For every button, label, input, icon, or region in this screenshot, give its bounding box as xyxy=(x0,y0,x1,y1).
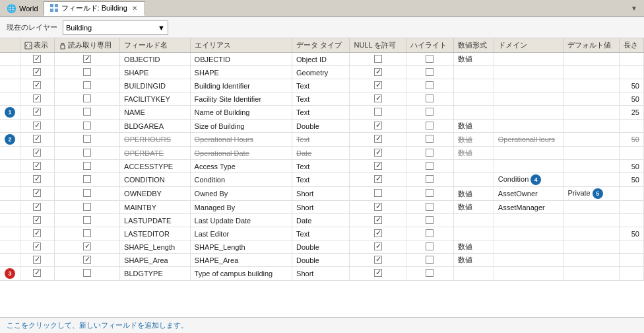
readonly-checkbox[interactable] xyxy=(83,135,91,143)
readonly-checkbox-cell[interactable] xyxy=(55,201,120,214)
show-checkbox[interactable] xyxy=(33,122,41,130)
highlight-cell[interactable] xyxy=(406,147,453,160)
highlight-checkbox[interactable] xyxy=(426,189,434,197)
readonly-checkbox-cell[interactable] xyxy=(55,92,120,106)
readonly-checkbox[interactable] xyxy=(83,242,91,250)
readonly-checkbox-cell[interactable] xyxy=(55,106,120,120)
layer-select[interactable]: Building ▼ xyxy=(63,20,168,35)
allownull-checkbox[interactable] xyxy=(374,149,382,157)
allownull-cell[interactable] xyxy=(350,214,406,227)
readonly-checkbox-cell[interactable] xyxy=(55,147,120,160)
readonly-checkbox-cell[interactable] xyxy=(55,227,120,240)
show-checkbox[interactable] xyxy=(33,216,41,224)
show-checkbox[interactable] xyxy=(33,149,41,157)
allownull-checkbox[interactable] xyxy=(374,269,382,277)
readonly-checkbox-cell[interactable] xyxy=(55,53,120,66)
readonly-checkbox-cell[interactable] xyxy=(55,160,120,173)
show-checkbox-cell[interactable] xyxy=(20,214,54,227)
show-checkbox[interactable] xyxy=(33,242,41,250)
readonly-checkbox[interactable] xyxy=(83,216,91,224)
highlight-cell[interactable] xyxy=(406,214,453,227)
show-checkbox-cell[interactable] xyxy=(20,240,54,254)
highlight-checkbox[interactable] xyxy=(426,162,434,170)
allownull-cell[interactable] xyxy=(350,201,406,214)
highlight-cell[interactable] xyxy=(406,92,453,106)
highlight-cell[interactable] xyxy=(406,133,453,147)
allownull-cell[interactable] xyxy=(350,53,406,66)
readonly-checkbox-cell[interactable] xyxy=(55,66,120,79)
highlight-checkbox[interactable] xyxy=(426,216,434,224)
show-checkbox[interactable] xyxy=(33,229,41,237)
show-checkbox-cell[interactable] xyxy=(20,106,54,120)
allownull-cell[interactable] xyxy=(350,254,406,267)
readonly-checkbox-cell[interactable] xyxy=(55,254,120,267)
readonly-checkbox[interactable] xyxy=(83,256,91,264)
readonly-checkbox-cell[interactable] xyxy=(55,133,120,147)
allownull-checkbox[interactable] xyxy=(374,94,382,102)
allownull-cell[interactable] xyxy=(350,227,406,240)
highlight-cell[interactable] xyxy=(406,106,453,120)
highlight-cell[interactable] xyxy=(406,267,453,281)
show-checkbox-cell[interactable] xyxy=(20,92,54,106)
allownull-checkbox[interactable] xyxy=(374,216,382,224)
allownull-cell[interactable] xyxy=(350,147,406,160)
show-checkbox[interactable] xyxy=(33,256,41,264)
highlight-cell[interactable] xyxy=(406,79,453,92)
allownull-checkbox[interactable] xyxy=(374,229,382,237)
show-checkbox[interactable] xyxy=(33,175,41,183)
readonly-checkbox[interactable] xyxy=(83,175,91,183)
show-checkbox[interactable] xyxy=(33,135,41,143)
readonly-checkbox[interactable] xyxy=(83,68,91,76)
tab-world[interactable]: 🌐 World xyxy=(1,1,44,16)
highlight-checkbox[interactable] xyxy=(426,135,434,143)
tab-dropdown-arrow[interactable]: ▼ xyxy=(626,5,643,12)
readonly-checkbox-cell[interactable] xyxy=(55,173,120,187)
readonly-checkbox[interactable] xyxy=(83,149,91,157)
allownull-checkbox[interactable] xyxy=(374,135,382,143)
allownull-cell[interactable] xyxy=(350,173,406,187)
highlight-checkbox[interactable] xyxy=(426,149,434,157)
highlight-checkbox[interactable] xyxy=(426,108,434,116)
highlight-cell[interactable] xyxy=(406,227,453,240)
allownull-checkbox[interactable] xyxy=(374,55,382,63)
highlight-cell[interactable] xyxy=(406,66,453,79)
highlight-checkbox[interactable] xyxy=(426,256,434,264)
readonly-checkbox-cell[interactable] xyxy=(55,240,120,254)
show-checkbox-cell[interactable] xyxy=(20,187,54,201)
allownull-checkbox[interactable] xyxy=(374,175,382,183)
show-checkbox-cell[interactable] xyxy=(20,133,54,147)
show-checkbox[interactable] xyxy=(33,68,41,76)
highlight-checkbox[interactable] xyxy=(426,203,434,211)
highlight-cell[interactable] xyxy=(406,53,453,66)
allownull-cell[interactable] xyxy=(350,66,406,79)
show-checkbox-cell[interactable] xyxy=(20,201,54,214)
show-checkbox-cell[interactable] xyxy=(20,147,54,160)
allownull-checkbox[interactable] xyxy=(374,189,382,197)
add-field-footer[interactable]: ここをクリックして、新しいフィールドを追加します。 xyxy=(0,317,644,333)
readonly-checkbox[interactable] xyxy=(83,189,91,197)
allownull-cell[interactable] xyxy=(350,106,406,120)
highlight-checkbox[interactable] xyxy=(426,269,434,277)
highlight-cell[interactable] xyxy=(406,120,453,133)
readonly-checkbox[interactable] xyxy=(83,108,91,116)
allownull-checkbox[interactable] xyxy=(374,81,382,89)
allownull-cell[interactable] xyxy=(350,240,406,254)
highlight-cell[interactable] xyxy=(406,201,453,214)
show-checkbox-cell[interactable] xyxy=(20,254,54,267)
allownull-checkbox[interactable] xyxy=(374,68,382,76)
readonly-checkbox[interactable] xyxy=(83,269,91,277)
readonly-checkbox-cell[interactable] xyxy=(55,187,120,201)
allownull-checkbox[interactable] xyxy=(374,122,382,130)
highlight-checkbox[interactable] xyxy=(426,81,434,89)
show-checkbox[interactable] xyxy=(33,203,41,211)
readonly-checkbox-cell[interactable] xyxy=(55,214,120,227)
readonly-checkbox-cell[interactable] xyxy=(55,267,120,281)
highlight-checkbox[interactable] xyxy=(426,229,434,237)
show-checkbox[interactable] xyxy=(33,55,41,63)
show-checkbox-cell[interactable] xyxy=(20,66,54,79)
show-checkbox[interactable] xyxy=(33,162,41,170)
show-checkbox-cell[interactable] xyxy=(20,79,54,92)
allownull-checkbox[interactable] xyxy=(374,162,382,170)
show-checkbox-cell[interactable] xyxy=(20,53,54,66)
allownull-checkbox[interactable] xyxy=(374,242,382,250)
